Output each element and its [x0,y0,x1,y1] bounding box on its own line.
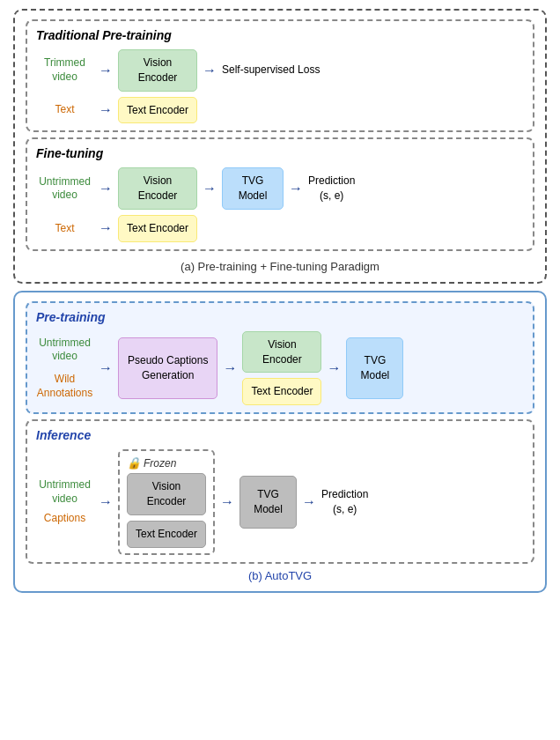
pretraining-title: Traditional Pre-training [36,28,524,42]
frozen-box: 🔒 Frozen Vision Encoder Text Encoder [118,449,215,554]
caption-b: (b) AutoTVG [26,569,534,582]
arrow2: → [203,63,217,78]
b-inputs: Untrimmed video Wild Annotations [36,337,93,400]
arrow12: → [220,494,234,510]
prediction-1: Prediction (s, e) [308,174,355,204]
arrow8: → [99,360,113,376]
tvg-model-box-1: TVG Model [222,167,284,210]
text-label-1: Text [36,103,93,117]
arrow5: → [203,181,217,196]
section-a: Traditional Pre-training Trimmed video →… [13,9,547,284]
trimmed-video-label: Trimmed video [36,56,93,84]
text-encoder-box-2: Text Encoder [118,215,197,242]
self-supervised-loss: Self-supervised Loss [222,63,320,78]
arrow6: → [289,181,303,196]
b-pretraining-title: Pre-training [36,310,524,324]
main-container: Traditional Pre-training Trimmed video →… [0,0,560,740]
text-encoder-box-1: Text Encoder [118,97,197,124]
finetuning-row1: Untrimmed video → Vision Encoder → TVG M… [36,167,524,210]
arrow4: → [99,181,113,196]
prediction-2: Prediction (s, e) [321,487,368,517]
arrow3: → [99,102,113,118]
untrimmed-video-label-1: Untrimmed video [36,175,93,203]
inference-encoders: Vision Encoder Text Encoder [127,473,206,547]
arrow7: → [99,220,113,236]
section-b: Pre-training Untrimmed video Wild Annota… [13,291,547,593]
finetuning-title: Fine-tuning [36,146,524,160]
pretraining-row1: Trimmed video → Vision Encoder → Self-su… [36,49,524,92]
vision-encoder-box-2: Vision Encoder [118,167,197,210]
frozen-label: 🔒 Frozen [127,456,206,470]
tvg-model-box-b: TVG Model [346,337,403,399]
lock-icon: 🔒 [127,456,141,470]
caption-a: (a) Pre-training + Fine-tuning Paradigm [26,260,534,273]
text-label-2: Text [36,222,93,236]
arrow9: → [223,360,237,376]
vision-encoder-box-1: Vision Encoder [118,49,197,92]
finetuning-row2: Text → Text Encoder [36,215,524,242]
b-inference-block: Inference Untrimmed video Captions → 🔒 F… [26,419,534,563]
pseudo-captions-box: Pseudo Captions Generation [118,337,217,399]
arrow11: → [99,494,113,510]
b-encoders: Vision Encoder Text Encoder [242,331,321,405]
b-pretraining-block: Pre-training Untrimmed video Wild Annota… [26,301,534,414]
arrow10: → [327,360,341,376]
vision-encoder-frozen: Vision Encoder [127,473,206,515]
pretraining-block: Traditional Pre-training Trimmed video →… [26,19,534,132]
vision-encoder-box-b: Vision Encoder [242,331,321,374]
pretraining-row2: Text → Text Encoder [36,97,524,124]
finetuning-block: Fine-tuning Untrimmed video → Vision Enc… [26,137,534,250]
b-inference-title: Inference [36,428,524,442]
arrow1: → [99,63,113,78]
text-encoder-frozen: Text Encoder [127,521,206,548]
b-inference-inputs: Untrimmed video Captions [36,478,93,525]
b-pretraining-main-row: Untrimmed video Wild Annotations → Pseud… [36,331,524,405]
arrow13: → [302,494,316,510]
b-inference-main-row: Untrimmed video Captions → 🔒 Frozen Visi… [36,449,524,554]
text-encoder-box-b: Text Encoder [242,378,321,405]
tvg-model-box-inf: TVG Model [239,476,297,529]
